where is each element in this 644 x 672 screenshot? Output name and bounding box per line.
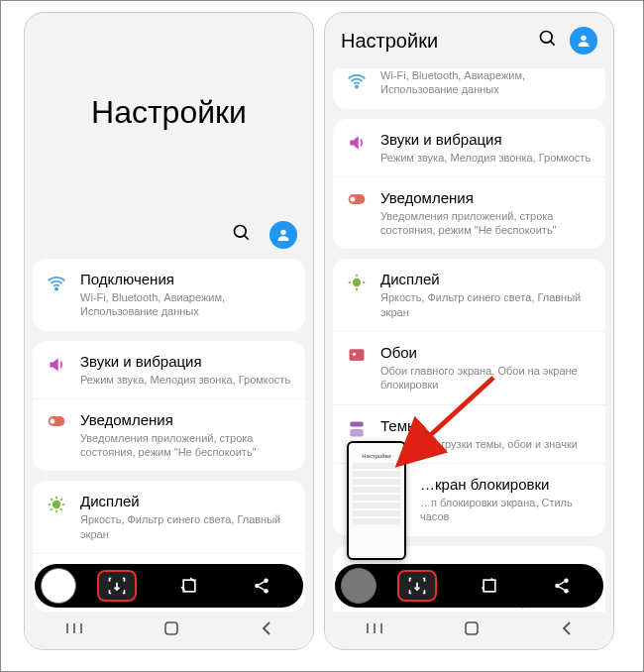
item-title: Дисплей: [380, 271, 593, 288]
svg-point-19: [264, 579, 268, 584]
svg-point-44: [555, 584, 560, 589]
themes-icon: [345, 419, 369, 443]
svg-rect-25: [165, 622, 177, 634]
wallpaper-icon: [345, 346, 369, 370]
svg-point-45: [564, 589, 569, 594]
sound-icon: [345, 133, 369, 157]
phone-right: Настройки Wi-Fi, Bluetooth, Авиарежим, И…: [324, 12, 614, 650]
settings-item-wallpaper[interactable]: Обои Обои главного экрана, Обои на экран…: [333, 331, 605, 404]
svg-line-11: [51, 500, 53, 502]
settings-item-sounds[interactable]: Звуки и вибрация Режим звука, Мелодия зв…: [333, 119, 605, 176]
search-icon[interactable]: [538, 29, 558, 53]
svg-rect-37: [350, 349, 365, 361]
phone-left: Настройки Подключения Wi-Fi, Bluetooth, …: [24, 12, 314, 650]
page-title-text: Настройки: [91, 94, 247, 131]
item-title: Уведомления: [380, 189, 593, 207]
svg-rect-42: [483, 580, 495, 592]
back-button[interactable]: [260, 620, 273, 640]
page-title: Настройки: [341, 30, 526, 53]
avatar[interactable]: [269, 221, 297, 249]
item-title: Дисплей: [80, 493, 293, 510]
back-button[interactable]: [560, 620, 574, 640]
notification-icon: [345, 191, 369, 215]
svg-rect-18: [183, 580, 195, 592]
svg-line-12: [60, 509, 62, 511]
scroll-capture-button[interactable]: [397, 570, 437, 602]
search-icon[interactable]: [232, 223, 252, 247]
item-title: Звуки и вибрация: [380, 131, 593, 149]
svg-point-6: [53, 501, 60, 508]
home-button[interactable]: [463, 619, 481, 641]
settings-item-connections-partial[interactable]: Wi-Fi, Bluetooth, Авиарежим, Использован…: [333, 68, 605, 109]
svg-point-20: [255, 584, 260, 589]
settings-item-display[interactable]: Дисплей Яркость, Фильтр синего света, Гл…: [333, 259, 605, 331]
svg-point-31: [350, 196, 355, 201]
header-compact: Настройки: [325, 13, 613, 68]
item-subtitle: Яркость, Фильтр синего света, Главный эк…: [80, 512, 293, 541]
svg-point-3: [55, 287, 57, 289]
item-subtitle: Уведомления приложений, строка состояния…: [80, 431, 293, 460]
svg-rect-40: [350, 429, 363, 437]
item-subtitle: Wi-Fi, Bluetooth, Авиарежим, Использован…: [80, 290, 293, 319]
settings-item-notifications[interactable]: Уведомления Уведомления приложений, стро…: [33, 398, 305, 472]
share-button[interactable]: [242, 570, 281, 602]
screenshot-toolbar: [335, 564, 603, 608]
settings-item-display[interactable]: Дисплей Яркость, Фильтр синего света, Гл…: [33, 481, 305, 553]
item-title: Звуки и вибрация: [80, 353, 293, 371]
svg-line-13: [60, 500, 62, 502]
svg-line-14: [51, 509, 53, 511]
page-title: Настройки: [25, 13, 313, 211]
settings-item-connections[interactable]: Подключения Wi-Fi, Bluetooth, Авиарежим,…: [33, 259, 305, 331]
svg-point-21: [264, 589, 268, 594]
avatar[interactable]: [570, 27, 597, 55]
item-subtitle: …ые для загрузки темы, обои и значки: [380, 437, 593, 451]
svg-point-5: [50, 418, 54, 423]
svg-point-43: [564, 579, 569, 584]
item-title: Темы: [380, 417, 593, 435]
display-icon: [345, 273, 369, 296]
svg-point-0: [235, 226, 247, 238]
item-title: …кран блокировки: [420, 476, 593, 494]
settings-item-notifications[interactable]: Уведомления Уведомления приложений, стро…: [333, 176, 605, 250]
svg-point-32: [353, 279, 361, 286]
screenshot-preview[interactable]: Настройки: [347, 441, 406, 560]
settings-list: Wi-Fi, Bluetooth, Авиарежим, Использован…: [325, 68, 613, 649]
item-title: Обои: [380, 344, 593, 362]
share-button[interactable]: [542, 570, 582, 602]
item-subtitle: Яркость, Фильтр синего света, Главный эк…: [380, 290, 593, 319]
display-icon: [45, 495, 68, 518]
item-title: Уведомления: [80, 411, 293, 429]
wifi-icon: [45, 273, 68, 296]
svg-point-28: [581, 36, 586, 41]
item-subtitle: Уведомления приложений, строка состояния…: [380, 209, 593, 238]
item-subtitle: Wi-Fi, Bluetooth, Авиарежим, Использован…: [380, 68, 593, 97]
recents-button[interactable]: [64, 620, 84, 640]
item-subtitle: …п блокировки экрана, Стиль часов: [420, 496, 593, 524]
preview-title: Настройки: [353, 453, 400, 459]
crop-button[interactable]: [169, 570, 209, 602]
screenshot-thumbnail[interactable]: [41, 568, 76, 604]
svg-point-2: [280, 230, 285, 235]
wifi-icon: [345, 70, 369, 94]
item-title: Подключения: [80, 271, 293, 288]
screenshot-toolbar: [35, 564, 303, 608]
notification-icon: [45, 413, 68, 437]
nav-bar: [25, 612, 313, 649]
settings-item-sounds[interactable]: Звуки и вибрация Режим звука, Мелодия зв…: [33, 341, 305, 398]
sound-icon: [45, 355, 68, 379]
item-subtitle: Обои главного экрана, Обои на экране бло…: [380, 364, 593, 392]
scroll-capture-button[interactable]: [97, 570, 137, 602]
recents-button[interactable]: [365, 620, 384, 640]
header-tools: [25, 211, 313, 259]
svg-line-27: [551, 42, 555, 46]
svg-point-29: [356, 85, 358, 87]
svg-point-38: [353, 353, 356, 356]
svg-point-26: [541, 32, 553, 44]
item-subtitle: Режим звука, Мелодия звонка, Громкость: [380, 151, 593, 165]
nav-bar: [325, 612, 613, 649]
crop-button[interactable]: [470, 570, 509, 602]
svg-rect-49: [466, 622, 478, 634]
svg-line-1: [245, 236, 249, 240]
home-button[interactable]: [162, 619, 180, 641]
screenshot-thumbnail[interactable]: [341, 568, 376, 604]
